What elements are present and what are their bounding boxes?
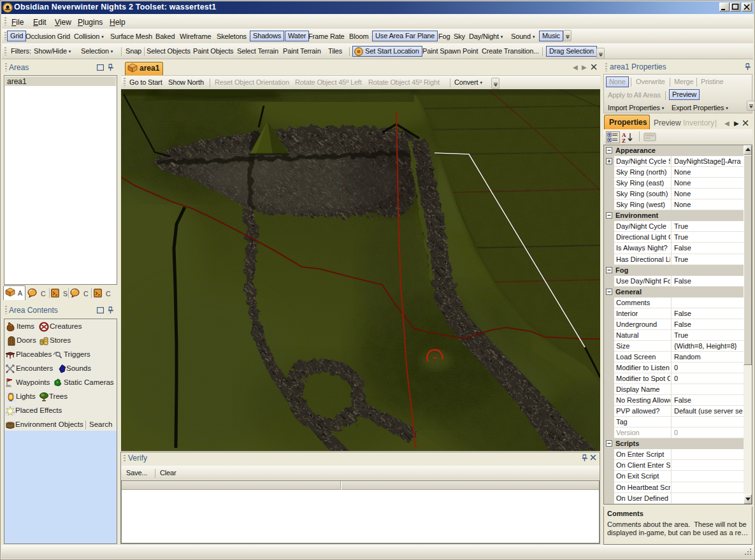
svg-text:Z: Z [622, 138, 626, 143]
